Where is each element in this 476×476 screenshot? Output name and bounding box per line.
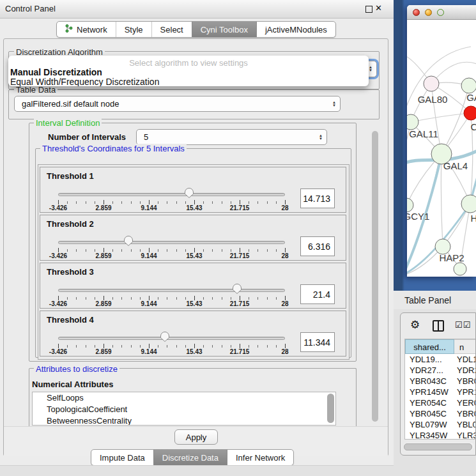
node-gal11[interactable]: [407, 114, 418, 130]
cell[interactable]: YER0: [454, 397, 476, 408]
threshold-2-slider[interactable]: -3.426 2.859 9.144 15.43 21.715 28: [58, 215, 285, 261]
close-icon[interactable]: ✕: [375, 3, 382, 13]
table-data-combobox[interactable]: galFiltered.sif default node ▲ ▼: [14, 96, 341, 112]
table-header-row: shared... n: [405, 339, 476, 354]
cell[interactable]: YBR043C: [405, 376, 454, 387]
network-nodes[interactable]: [407, 76, 476, 275]
apply-button[interactable]: Apply: [174, 429, 218, 445]
node-h[interactable]: [461, 195, 476, 213]
table-toolbar: ⚙ ☑☑: [401, 317, 476, 335]
tab-discretize-data-label: Discretize Data: [162, 453, 219, 463]
control-panel-titlebar[interactable]: Control Panel ✕: [0, 0, 394, 19]
gear-icon[interactable]: ⚙: [410, 318, 420, 332]
table-row[interactable]: YBL079WYBL0: [405, 419, 476, 430]
tab-discretize-data[interactable]: Discretize Data: [153, 450, 227, 465]
tab-jactivemnodules[interactable]: jActiveMNodules: [256, 22, 335, 37]
list-scrollbar[interactable]: [327, 394, 334, 423]
node-red-selected[interactable]: [464, 106, 476, 120]
slider-track[interactable]: [58, 289, 285, 292]
slider-track[interactable]: [58, 241, 285, 244]
threshold-2-value-field[interactable]: 6.316: [300, 236, 335, 256]
scale-label: 15.43: [186, 204, 202, 211]
split-columns-icon[interactable]: [433, 320, 444, 332]
tab-impute-data[interactable]: Impute Data: [91, 450, 153, 465]
cell[interactable]: YBL0: [454, 419, 476, 430]
threshold-4-slider[interactable]: -3.426 2.859 9.144 15.43 21.715 28: [58, 311, 285, 357]
cell[interactable]: YDR27...: [405, 365, 454, 376]
slider-track[interactable]: [58, 337, 285, 340]
network-graph: GAL80 GA C GAL11 GAL4 GCY1 H HAP2: [407, 20, 476, 277]
threshold-panel-2: Threshold 2 -3.426 2.859 9.144 15.43 21.…: [40, 215, 346, 261]
minimize-traffic-light-icon[interactable]: [425, 9, 432, 16]
slider-thumb[interactable]: [232, 283, 242, 295]
cell[interactable]: YER054C: [405, 397, 454, 408]
cell[interactable]: YDR2: [454, 365, 476, 376]
threshold-4-value-field[interactable]: 11.344: [300, 332, 335, 352]
tab-select[interactable]: Select: [151, 22, 192, 37]
table-row[interactable]: YBR043CYBR0: [405, 376, 476, 387]
table-panel-titlebar[interactable]: Table Panel: [394, 291, 476, 310]
cell[interactable]: YBR045C: [405, 408, 454, 419]
slider-thumb[interactable]: [184, 187, 194, 199]
checkbox-columns-icon[interactable]: ☑☑: [455, 320, 471, 330]
cell[interactable]: YDL19...: [405, 354, 454, 365]
dropdown-option-equal-width[interactable]: Equal Width/Frequency Discretization: [8, 77, 369, 86]
slider-thumb[interactable]: [123, 235, 134, 247]
network-tree-icon: [65, 24, 73, 35]
node-label-hap2: HAP2: [439, 252, 464, 263]
table-row[interactable]: YDR27...YDR2: [405, 365, 476, 376]
scale-label: 28: [281, 348, 288, 355]
column-header-name[interactable]: n: [454, 339, 476, 354]
number-of-intervals-spinner[interactable]: 5 ▲ ▼: [136, 129, 327, 145]
network-window-titlebar[interactable]: [407, 5, 476, 20]
scale-label: 28: [281, 204, 288, 211]
node-top-right[interactable]: [461, 78, 476, 93]
numerical-attributes-list[interactable]: SelfLoops TopologicalCoefficient Between…: [32, 392, 336, 426]
threshold-3-slider[interactable]: -3.426 2.859 9.144 15.43 21.715 28: [58, 263, 285, 309]
cell[interactable]: YBR0: [454, 376, 476, 387]
network-canvas[interactable]: GAL80 GA C GAL11 GAL4 GCY1 H HAP2: [407, 20, 476, 277]
float-window-icon[interactable]: [365, 6, 372, 13]
column-header-shared-name[interactable]: shared...: [405, 339, 454, 354]
control-panel-tabbar: Network Style Select Cyni Toolbox jActiv…: [56, 21, 336, 38]
combo-stepper-icon[interactable]: ▲ ▼: [328, 101, 340, 107]
window-bottom-strip: [0, 465, 394, 476]
table-row[interactable]: YBR045CYBR0: [405, 408, 476, 419]
cell[interactable]: YLR3: [454, 430, 476, 440]
number-of-intervals-value: 5: [137, 132, 315, 142]
slider-thumb[interactable]: [160, 331, 170, 342]
cell[interactable]: YPR1: [454, 387, 476, 397]
node-table[interactable]: shared... n YDL19...YDL1 YDR27...YDR2 YB…: [404, 339, 476, 440]
tab-cyni-toolbox[interactable]: Cyni Toolbox: [192, 22, 256, 37]
cell[interactable]: YBL079W: [405, 419, 454, 430]
list-item[interactable]: BetweennessCentrality: [33, 415, 335, 426]
zoom-traffic-light-icon[interactable]: [437, 9, 444, 16]
tab-infer-network[interactable]: Infer Network: [227, 450, 293, 465]
threshold-1-value-field[interactable]: 14.713: [300, 188, 335, 208]
table-row[interactable]: YPR145WYPR1: [405, 387, 476, 397]
table-horizontal-scrollbar[interactable]: [403, 443, 474, 450]
slider-scale-labels: -3.426 2.859 9.144 15.43 21.715 28: [58, 348, 285, 356]
node-bottom-partial[interactable]: [454, 263, 466, 275]
tab-style[interactable]: Style: [116, 22, 151, 37]
panel-scrollbar[interactable]: [372, 131, 378, 422]
close-traffic-light-icon[interactable]: [413, 9, 420, 16]
threshold-3-value-field[interactable]: 21.4: [300, 284, 335, 304]
tab-network[interactable]: Network: [57, 22, 116, 37]
slider-track[interactable]: [58, 193, 285, 196]
cell[interactable]: YLR345W: [405, 430, 454, 440]
spinner-stepper-icon[interactable]: ▲ ▼: [315, 134, 326, 141]
table-row[interactable]: YLR345WYLR3: [405, 430, 476, 440]
node-gcy1[interactable]: [407, 198, 413, 212]
node-gal80[interactable]: [424, 76, 439, 91]
cell[interactable]: YDL1: [454, 354, 476, 365]
slider-scale-labels: -3.426 2.859 9.144 15.43 21.715 28: [58, 204, 285, 212]
table-row[interactable]: YER054CYER0: [405, 397, 476, 408]
dropdown-option-manual[interactable]: Manual Discretization: [8, 68, 369, 77]
threshold-1-slider[interactable]: -3.426 2.859 9.144 15.43 21.715 28: [58, 167, 285, 213]
cell[interactable]: YPR145W: [405, 387, 454, 397]
list-item[interactable]: TopologicalCoefficient: [33, 404, 335, 415]
cell[interactable]: YBR0: [454, 408, 476, 419]
table-row[interactable]: YDL19...YDL1: [405, 354, 476, 365]
list-item[interactable]: SelfLoops: [33, 392, 335, 404]
